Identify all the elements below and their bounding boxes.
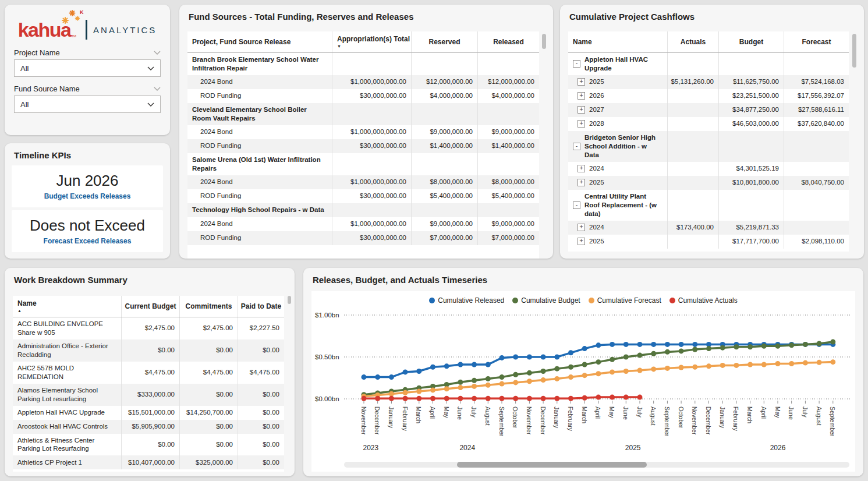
legend-item[interactable]: Cumulative Forecast bbox=[589, 296, 661, 305]
table-row[interactable]: 2024 Bond$1,000,000,000.00$9,000,000.00$… bbox=[187, 125, 539, 139]
data-point[interactable] bbox=[623, 369, 629, 374]
data-point[interactable] bbox=[389, 374, 394, 380]
data-point[interactable] bbox=[541, 377, 546, 383]
data-point[interactable] bbox=[817, 360, 822, 365]
column-header[interactable]: Paid to Date bbox=[238, 296, 284, 317]
data-point[interactable] bbox=[554, 366, 559, 372]
data-point[interactable] bbox=[499, 355, 505, 360]
data-point[interactable] bbox=[527, 370, 532, 376]
data-point[interactable] bbox=[692, 342, 697, 347]
table-row[interactable]: Technology High School Repairs - w Data bbox=[187, 203, 539, 217]
collapse-icon[interactable]: - bbox=[573, 201, 580, 209]
expand-icon[interactable]: + bbox=[578, 120, 585, 128]
table-row[interactable]: +2025$10,801,800.00$8,040,750.00 bbox=[568, 176, 849, 190]
data-point[interactable] bbox=[637, 342, 643, 347]
table-row[interactable]: -Central Utility Plant Roof Replacement … bbox=[568, 190, 849, 221]
vertical-scrollbar[interactable] bbox=[288, 296, 291, 471]
data-point[interactable] bbox=[679, 342, 684, 347]
data-point[interactable] bbox=[610, 357, 615, 362]
data-point[interactable] bbox=[472, 362, 477, 367]
data-point[interactable] bbox=[775, 344, 781, 349]
scrollbar-thumb[interactable] bbox=[457, 462, 647, 468]
data-point[interactable] bbox=[789, 361, 794, 366]
data-point[interactable] bbox=[734, 344, 739, 349]
table-row[interactable]: +2024$4,301,525.19 bbox=[568, 162, 849, 176]
data-point[interactable] bbox=[637, 395, 643, 400]
data-point[interactable] bbox=[541, 355, 546, 360]
data-point[interactable] bbox=[444, 396, 449, 401]
column-header[interactable]: Current Budget bbox=[121, 296, 179, 317]
column-header[interactable]: Name▲ bbox=[13, 296, 121, 317]
data-point[interactable] bbox=[568, 396, 573, 401]
data-point[interactable] bbox=[679, 365, 684, 370]
data-point[interactable] bbox=[472, 378, 477, 383]
data-point[interactable] bbox=[637, 353, 643, 358]
data-point[interactable] bbox=[389, 396, 394, 401]
legend-item[interactable]: Cumulative Actuals bbox=[669, 296, 738, 305]
data-point[interactable] bbox=[651, 351, 656, 356]
data-point[interactable] bbox=[679, 348, 684, 353]
table-row[interactable]: +2024$173,400.00$5,219,871.33 bbox=[568, 221, 849, 235]
table-row[interactable]: +2028$46,503,000.00$37,620,840.00 bbox=[568, 117, 849, 131]
data-point[interactable] bbox=[789, 342, 794, 348]
expand-icon[interactable]: + bbox=[578, 165, 585, 172]
data-point[interactable] bbox=[458, 362, 463, 367]
expand-icon[interactable]: + bbox=[578, 224, 585, 231]
chevron-down-icon[interactable] bbox=[154, 51, 161, 55]
kpi-caption-link[interactable]: Forecast Exceed Releases bbox=[44, 237, 132, 245]
data-point[interactable] bbox=[734, 363, 739, 368]
data-point[interactable] bbox=[472, 396, 477, 401]
table-row[interactable]: 2024 Bond$1,000,000,000.00$12,000,000.00… bbox=[187, 75, 539, 89]
kpi-caption-link[interactable]: Budget Exceeds Releases bbox=[44, 192, 131, 200]
vertical-scrollbar[interactable] bbox=[852, 33, 856, 253]
data-point[interactable] bbox=[610, 342, 615, 347]
data-point[interactable] bbox=[486, 376, 491, 381]
column-header[interactable]: Name bbox=[568, 31, 667, 52]
data-point[interactable] bbox=[747, 362, 753, 367]
column-header[interactable]: Released bbox=[477, 31, 539, 52]
data-point[interactable] bbox=[430, 365, 435, 370]
table-row[interactable]: +2027$34,877,250.00$27,588,616.11 bbox=[568, 103, 849, 117]
vertical-scrollbar[interactable] bbox=[542, 33, 546, 253]
data-point[interactable] bbox=[582, 362, 587, 367]
data-point[interactable] bbox=[375, 396, 380, 401]
data-point[interactable] bbox=[830, 339, 835, 345]
project-name-dropdown[interactable]: All bbox=[14, 59, 161, 77]
scrollbar-thumb[interactable] bbox=[852, 34, 856, 68]
data-point[interactable] bbox=[568, 350, 573, 355]
data-point[interactable] bbox=[817, 341, 822, 346]
data-point[interactable] bbox=[416, 396, 421, 401]
data-point[interactable] bbox=[775, 361, 781, 366]
data-point[interactable] bbox=[513, 380, 518, 385]
table-row[interactable]: AHC2 557B MOLD REMEDIATION$4,475.00$4,47… bbox=[13, 362, 284, 384]
table-row[interactable]: Aroostook Hall HVAC Controls$5,905,900.0… bbox=[13, 420, 284, 434]
data-point[interactable] bbox=[458, 396, 463, 401]
data-point[interactable] bbox=[596, 342, 601, 348]
data-point[interactable] bbox=[596, 371, 601, 376]
scrollbar-thumb[interactable] bbox=[542, 34, 546, 49]
data-point[interactable] bbox=[444, 363, 449, 369]
expand-icon[interactable]: + bbox=[578, 179, 585, 186]
expand-icon[interactable]: + bbox=[578, 106, 585, 114]
data-point[interactable] bbox=[706, 363, 711, 369]
table-row[interactable]: ROD Funding$30,000,000.00$1,400,000.00$1… bbox=[187, 139, 539, 153]
data-point[interactable] bbox=[665, 366, 670, 371]
data-point[interactable] bbox=[610, 395, 615, 400]
table-row[interactable]: +2025$17,717,700.00$2,098,110.00 bbox=[568, 235, 849, 249]
data-point[interactable] bbox=[651, 366, 656, 372]
data-point[interactable] bbox=[761, 344, 767, 349]
data-point[interactable] bbox=[389, 391, 394, 397]
data-point[interactable] bbox=[596, 395, 601, 400]
data-point[interactable] bbox=[554, 355, 559, 360]
table-row[interactable]: Administration Office - Exterior Recladd… bbox=[13, 339, 284, 362]
table-row[interactable]: Appleton Hall HVAC Upgrade$15,501,000.00… bbox=[13, 406, 284, 420]
data-point[interactable] bbox=[527, 379, 532, 384]
table-row[interactable]: 2024 Bond$1,000,000,000.00$8,000,000.00$… bbox=[187, 175, 539, 189]
data-point[interactable] bbox=[651, 342, 656, 347]
data-point[interactable] bbox=[541, 396, 546, 401]
data-point[interactable] bbox=[527, 355, 532, 360]
data-point[interactable] bbox=[499, 381, 505, 387]
table-row[interactable]: Branch Brook Elementary School Water Inf… bbox=[187, 53, 539, 75]
data-point[interactable] bbox=[665, 349, 670, 355]
chevron-down-icon[interactable] bbox=[154, 87, 161, 91]
